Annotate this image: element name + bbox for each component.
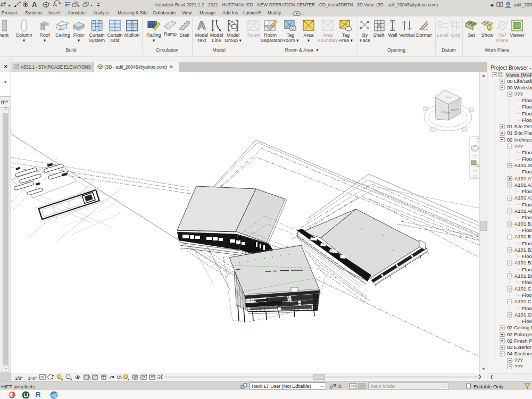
svg-text:A: A	[32, 1, 37, 9]
svg-text:A: A	[197, 19, 206, 32]
